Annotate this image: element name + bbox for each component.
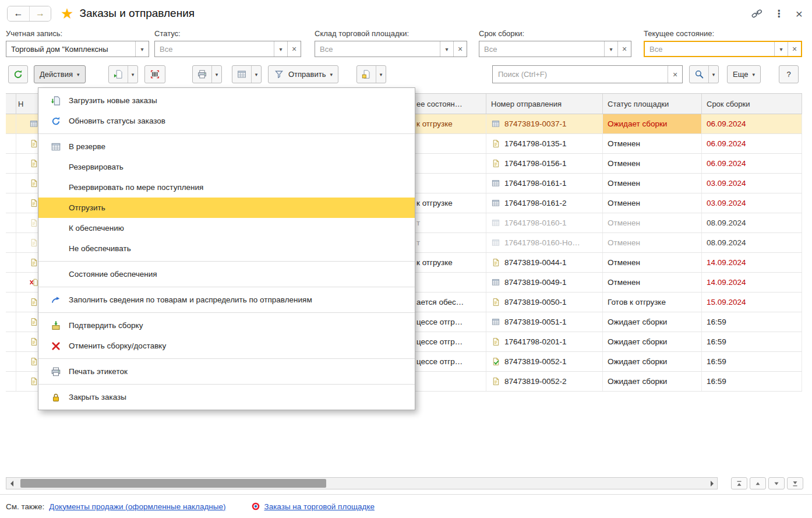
current-state-cell bbox=[415, 134, 486, 153]
clear-icon[interactable]: × bbox=[287, 41, 301, 57]
chevron-down-icon[interactable]: ▾ bbox=[376, 66, 386, 83]
chevron-down-icon[interactable]: ▾ bbox=[128, 66, 137, 83]
load-doc-icon bbox=[113, 69, 123, 79]
row-selector-cell bbox=[6, 273, 16, 292]
cancel-x-icon bbox=[50, 341, 62, 351]
no-icon bbox=[50, 269, 62, 280]
column-header-selector[interactable] bbox=[6, 94, 16, 114]
print-button[interactable]: ▾ bbox=[192, 65, 222, 83]
column-header-assembly-deadline[interactable]: Срок сборки bbox=[702, 94, 802, 114]
filter-current-state-input[interactable] bbox=[645, 42, 774, 56]
barcode-search-button[interactable] bbox=[144, 65, 165, 83]
favorite-star-icon[interactable]: ★ bbox=[61, 6, 73, 21]
filter-warehouse-input[interactable] bbox=[315, 41, 440, 57]
chevron-down-icon[interactable]: ▾ bbox=[211, 66, 221, 83]
column-header-marketplace-status[interactable]: Статус площадки bbox=[603, 94, 702, 114]
horizontal-scrollbar[interactable] bbox=[6, 477, 718, 489]
doc-icon bbox=[491, 139, 500, 148]
sales-documents-link[interactable]: Документы продажи (оформленные накладные… bbox=[49, 502, 225, 511]
menu-item[interactable]: Закрыть заказы bbox=[38, 387, 415, 407]
deadline-cell: 03.09.2024 bbox=[702, 174, 802, 193]
search-clear-icon[interactable]: × bbox=[668, 66, 682, 83]
chevron-down-icon[interactable]: ▾ bbox=[774, 42, 788, 56]
menu-item[interactable]: Резервировать bbox=[38, 157, 415, 177]
chevron-down-icon[interactable]: ▾ bbox=[251, 66, 261, 83]
filter-warehouse-label: Склад торговой площадки: bbox=[315, 29, 467, 38]
refresh-button[interactable] bbox=[8, 65, 28, 83]
scrollbar-thumb[interactable] bbox=[20, 479, 326, 488]
shipment-number: 17641798-0160-Но… bbox=[504, 238, 580, 247]
post-document-button[interactable]: ▾ bbox=[108, 65, 138, 83]
forward-button[interactable]: → bbox=[29, 6, 51, 21]
menu-item[interactable]: К обеспечению bbox=[38, 218, 415, 238]
menu-item-label: Заполнить сведения по товарам и распреде… bbox=[69, 295, 312, 304]
no-icon bbox=[50, 182, 62, 193]
menu-item[interactable]: Отгрузить bbox=[38, 198, 415, 218]
menu-item-label: Подтвердить сборку bbox=[69, 321, 143, 330]
menu-item[interactable]: Печать этикеток bbox=[38, 361, 415, 382]
go-first-button[interactable] bbox=[731, 477, 747, 489]
current-state-cell: к отгрузке bbox=[415, 193, 486, 213]
table-icon bbox=[491, 179, 500, 188]
more-button[interactable]: Еще ▾ bbox=[727, 65, 761, 83]
filter-account-input[interactable] bbox=[6, 41, 135, 57]
marketplace-orders-link[interactable]: Заказы на торговой площадке bbox=[264, 502, 375, 511]
menu-item[interactable]: Резервировать по мере поступления bbox=[38, 177, 415, 198]
filter-account-combo[interactable]: ▾ bbox=[6, 41, 149, 57]
menu-item[interactable]: Подтвердить сборку bbox=[38, 315, 415, 336]
clear-icon[interactable]: × bbox=[617, 41, 631, 57]
scrollbar-track[interactable] bbox=[17, 478, 707, 489]
window-controls: ⋮ × bbox=[751, 0, 803, 27]
send-button[interactable]: Отправить ▾ bbox=[268, 65, 338, 83]
search-settings-button[interactable]: ▾ bbox=[689, 65, 719, 83]
column-header-shipment-number[interactable]: Номер отправления bbox=[486, 94, 603, 114]
export-spreadsheet-button[interactable]: ▾ bbox=[232, 65, 262, 83]
search-input[interactable] bbox=[493, 66, 668, 83]
shipment-number-cell: 87473819-0052-1 bbox=[486, 352, 603, 371]
chevron-down-icon[interactable]: ▾ bbox=[135, 41, 149, 57]
doc-icon bbox=[491, 377, 500, 386]
chevron-down-icon[interactable]: ▾ bbox=[708, 66, 718, 83]
menu-separator bbox=[38, 358, 415, 359]
menu-item[interactable]: В резерве bbox=[38, 136, 415, 157]
fill-distribute-icon bbox=[50, 295, 62, 305]
create-based-on-button[interactable]: ▾ bbox=[356, 65, 386, 83]
filter-status-input[interactable] bbox=[155, 41, 274, 57]
shipment-number-cell: 17641798-0160-1 bbox=[486, 213, 603, 232]
no-icon bbox=[50, 162, 62, 172]
go-last-button[interactable] bbox=[787, 477, 803, 489]
actions-button-label: Действия bbox=[40, 70, 73, 79]
close-icon[interactable]: × bbox=[796, 8, 803, 20]
filter-warehouse-combo[interactable]: ▾ × bbox=[315, 41, 467, 57]
scroll-left-arrow[interactable] bbox=[6, 478, 17, 489]
actions-button[interactable]: Действия ▾ bbox=[34, 65, 86, 83]
column-header-current-state[interactable]: ее состоян… bbox=[415, 94, 486, 114]
deadline-cell: 03.09.2024 bbox=[702, 193, 802, 213]
filter-deadline-combo[interactable]: ▾ × bbox=[479, 41, 631, 57]
go-up-button[interactable] bbox=[750, 477, 766, 489]
get-link-icon[interactable] bbox=[751, 8, 762, 19]
chevron-down-icon: ▾ bbox=[77, 72, 80, 77]
help-button[interactable]: ? bbox=[779, 65, 799, 83]
go-down-button[interactable] bbox=[768, 477, 785, 489]
menu-item[interactable]: Загрузить новые заказы bbox=[38, 90, 415, 111]
more-menu-icon[interactable]: ⋮ bbox=[774, 8, 784, 20]
actions-menu: Загрузить новые заказы Обновить статусы … bbox=[38, 87, 415, 410]
clear-icon[interactable]: × bbox=[788, 42, 801, 56]
back-button[interactable]: ← bbox=[8, 6, 29, 21]
scroll-right-arrow[interactable] bbox=[707, 478, 717, 489]
menu-item[interactable]: Обновить статусы заказов bbox=[38, 111, 415, 131]
menu-item[interactable]: Отменить сборку/доставку bbox=[38, 336, 415, 356]
chevron-down-icon[interactable]: ▾ bbox=[440, 41, 453, 57]
clear-icon[interactable]: × bbox=[453, 41, 467, 57]
filter-deadline-input[interactable] bbox=[479, 41, 604, 57]
current-state-cell: к отгрузке bbox=[415, 114, 486, 133]
menu-item[interactable]: Заполнить сведения по товарам и распреде… bbox=[38, 290, 415, 310]
chevron-down-icon[interactable]: ▾ bbox=[604, 41, 617, 57]
filter-status-combo[interactable]: ▾ × bbox=[154, 41, 301, 57]
chevron-down-icon[interactable]: ▾ bbox=[274, 41, 287, 57]
refresh-icon bbox=[13, 69, 23, 79]
menu-item[interactable]: Не обеспечивать bbox=[38, 238, 415, 259]
filter-current-state-combo[interactable]: ▾ × bbox=[644, 41, 802, 57]
menu-item[interactable]: Состояние обеспечения bbox=[38, 264, 415, 284]
